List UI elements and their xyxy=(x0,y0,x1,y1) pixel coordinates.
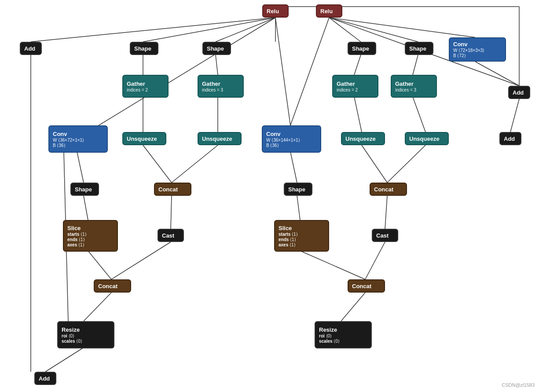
svg-line-26 xyxy=(171,196,172,229)
unsqueeze4-label: Unsqueeze xyxy=(409,136,440,142)
cast2-node: Cast xyxy=(372,229,398,242)
unsqueeze1-node: Unsqueeze xyxy=(122,132,166,145)
conv-topleft-label: Conv xyxy=(453,41,468,48)
resize2-detail1: roi ⟨0⟩ xyxy=(319,333,332,338)
gather4-detail: indices = 3 xyxy=(395,88,416,92)
shape6-node: Shape xyxy=(284,183,312,196)
svg-line-27 xyxy=(297,196,300,220)
conv1-detail2: B ⟨36⟩ xyxy=(53,143,66,148)
concat1-node: Concat xyxy=(154,183,191,196)
svg-line-31 xyxy=(300,251,365,279)
unsqueeze2-node: Unsqueeze xyxy=(198,132,242,145)
gather1-detail: indices = 2 xyxy=(127,88,148,92)
resize1-node: Resize roi ⟨0⟩ scales ⟨0⟩ xyxy=(57,321,114,348)
conv1-label: Conv xyxy=(53,131,67,137)
cast2-label: Cast xyxy=(376,232,389,239)
svg-line-14 xyxy=(413,55,418,75)
svg-line-39 xyxy=(510,99,519,132)
unsqueeze4-node: Unsqueeze xyxy=(405,132,449,145)
slice1-label: Slice xyxy=(67,225,81,231)
svg-line-28 xyxy=(385,196,387,229)
concat1-label: Concat xyxy=(158,186,178,193)
gather4-label: Gather xyxy=(395,81,414,87)
svg-line-20 xyxy=(172,145,218,183)
concat4-node: Concat xyxy=(348,279,385,293)
svg-line-24 xyxy=(290,152,297,183)
shape4-label: Shape xyxy=(409,45,426,52)
conv-topleft-node: Conv W ⟨72×18×3×3⟩ B ⟨72⟩ xyxy=(449,37,506,62)
shape2-label: Shape xyxy=(207,45,224,52)
slice2-node: Slice starts ⟨1⟩ ends ⟨1⟩ axes ⟨1⟩ xyxy=(274,220,329,252)
diagram-canvas: Relu Relu Add Shape Shape Shape Shape Co… xyxy=(0,0,539,392)
shape4-node: Shape xyxy=(405,42,433,55)
svg-line-38 xyxy=(475,62,519,86)
concat3-label: Concat xyxy=(98,283,117,289)
concat2-label: Concat xyxy=(374,186,393,193)
slice2-label: Slice xyxy=(279,225,292,231)
add-topleft-node: Add xyxy=(20,42,42,55)
svg-line-6 xyxy=(329,18,361,42)
gather3-label: Gather xyxy=(337,81,355,87)
svg-line-4 xyxy=(275,18,290,125)
add-right2-node: Add xyxy=(499,132,521,145)
resize2-label: Resize xyxy=(319,326,337,333)
gather1-node: Gather indices = 2 xyxy=(122,75,169,98)
add-bottom-label: Add xyxy=(39,375,50,382)
svg-line-30 xyxy=(111,242,171,279)
concat2-node: Concat xyxy=(370,183,407,196)
gather2-detail: indices = 3 xyxy=(202,88,223,92)
concat4-label: Concat xyxy=(352,283,371,289)
svg-line-33 xyxy=(84,293,111,321)
conv1-detail1: W ⟨36×72×1×1⟩ xyxy=(53,138,84,143)
add-right1-node: Add xyxy=(508,86,530,99)
slice1-detail3: axes ⟨1⟩ xyxy=(67,242,84,247)
unsqueeze3-label: Unsqueeze xyxy=(345,136,376,142)
svg-line-12 xyxy=(216,55,218,75)
resize1-detail1: roi ⟨0⟩ xyxy=(62,333,74,338)
watermark: CSDN@zl1583 xyxy=(502,382,535,388)
resize2-node: Resize roi ⟨0⟩ scales ⟨0⟩ xyxy=(315,321,372,348)
svg-line-2 xyxy=(143,18,275,42)
conv2-node: Conv W ⟨36×144×1×1⟩ B ⟨36⟩ xyxy=(262,125,321,153)
gather3-node: Gather indices = 2 xyxy=(332,75,378,98)
svg-line-7 xyxy=(329,18,418,42)
relu1-label: Relu xyxy=(267,8,279,15)
add-bottom-node: Add xyxy=(34,372,56,385)
svg-line-21 xyxy=(362,145,387,183)
shape6-label: Shape xyxy=(288,186,305,193)
svg-line-19 xyxy=(143,145,172,183)
conv-topleft-detail1: W ⟨72×18×3×3⟩ xyxy=(453,48,484,53)
resize2-detail2: scales ⟨0⟩ xyxy=(319,339,340,344)
gather4-node: Gather indices = 3 xyxy=(391,75,437,98)
resize1-detail2: scales ⟨0⟩ xyxy=(62,339,82,344)
svg-line-13 xyxy=(354,55,361,75)
svg-line-18 xyxy=(413,97,425,132)
conv1-node: Conv W ⟨36×72×1×1⟩ B ⟨36⟩ xyxy=(48,125,108,153)
shape3-label: Shape xyxy=(352,45,369,52)
concat3-node: Concat xyxy=(94,279,131,293)
resize1-label: Resize xyxy=(62,326,80,333)
svg-line-34 xyxy=(341,293,365,321)
conv2-detail2: B ⟨36⟩ xyxy=(266,143,279,148)
shape5-node: Shape xyxy=(70,183,99,196)
add-topleft-label: Add xyxy=(24,45,35,52)
svg-line-29 xyxy=(88,251,111,279)
shape5-label: Shape xyxy=(75,186,92,193)
gather1-label: Gather xyxy=(127,81,145,87)
shape1-node: Shape xyxy=(130,42,158,55)
conv2-detail1: W ⟨36×144×1×1⟩ xyxy=(266,138,300,143)
svg-line-23 xyxy=(77,152,84,183)
svg-line-17 xyxy=(354,97,362,132)
unsqueeze3-node: Unsqueeze xyxy=(341,132,385,145)
slice1-node: Slice starts ⟨1⟩ ends ⟨1⟩ axes ⟨1⟩ xyxy=(63,220,118,252)
cast1-label: Cast xyxy=(162,232,174,239)
add-right1-label: Add xyxy=(513,89,524,96)
add-right2-label: Add xyxy=(504,136,515,142)
gather3-detail: indices = 2 xyxy=(337,88,358,92)
relu1-node: Relu xyxy=(262,4,289,18)
svg-line-1 xyxy=(216,18,275,42)
conv-topleft-detail2: B ⟨72⟩ xyxy=(453,53,466,58)
svg-line-5 xyxy=(31,18,275,42)
svg-line-8 xyxy=(290,18,329,125)
relu2-label: Relu xyxy=(320,8,333,15)
